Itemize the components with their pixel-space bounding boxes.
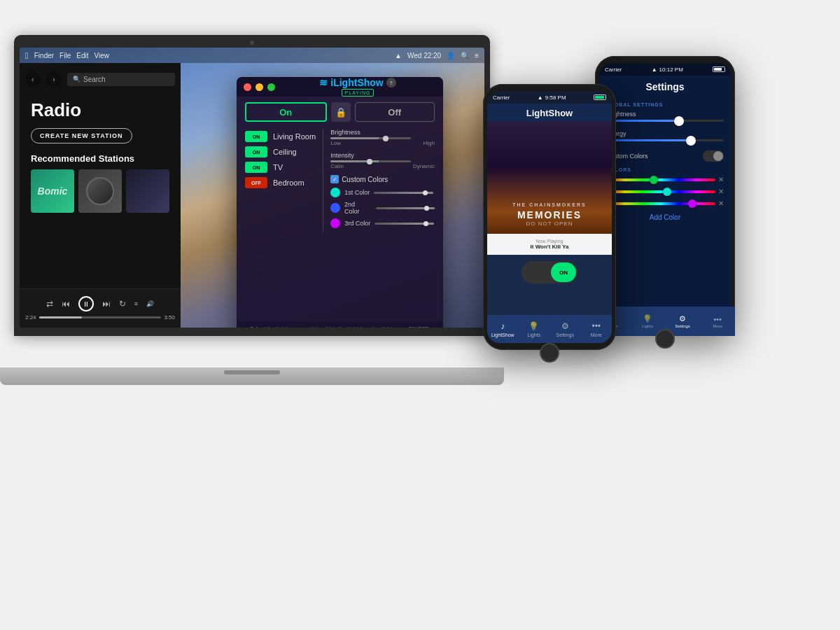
- phone-left-body: Carrier ▲ 9:58 PM LightShow: [483, 84, 616, 350]
- brightness-high: High: [424, 140, 435, 146]
- right-more-tab-label: More: [713, 324, 722, 328]
- light-toggle-livingroom[interactable]: ON: [245, 131, 267, 142]
- color-slider-2[interactable]: [376, 207, 435, 209]
- light-toggle-bedroom[interactable]: OFF: [245, 177, 267, 188]
- phone-left: Carrier ▲ 9:58 PM LightShow: [483, 84, 623, 364]
- play-button[interactable]: ⏸: [78, 296, 94, 312]
- divider: [323, 129, 323, 232]
- prev-button[interactable]: ⏮: [62, 299, 70, 309]
- phone-toggle[interactable]: ON: [522, 261, 578, 284]
- brightness-setting-slider[interactable]: [606, 120, 724, 122]
- menu-file[interactable]: File: [59, 52, 71, 59]
- menu-view[interactable]: View: [94, 52, 109, 59]
- playing-badge: PLAYING: [342, 89, 374, 97]
- color-slider-1[interactable]: [374, 192, 433, 194]
- intensity-range: Calm Dynamic: [330, 163, 435, 169]
- ilightshow-window: ≋ iLightShow ? PLAYING On 🔒: [237, 77, 443, 328]
- phone-tab-more[interactable]: ••• More: [581, 321, 612, 337]
- light-row-ceiling: ON Ceiling: [245, 144, 316, 160]
- create-station-button[interactable]: CREATE NEW STATION: [31, 128, 132, 144]
- light-toggle-ceiling[interactable]: ON: [245, 146, 267, 158]
- now-playing-section: Now Playing It Won't Kill Ya: [487, 234, 612, 255]
- menu-finder[interactable]: Finder: [34, 52, 54, 59]
- right-phone-tab-more[interactable]: ••• More: [700, 315, 731, 328]
- color-slider-thumb-3: [424, 221, 428, 226]
- help-icon[interactable]: ?: [386, 78, 396, 88]
- menu-edit[interactable]: Edit: [76, 52, 88, 59]
- light-name-bedroom: Bedroom: [273, 178, 304, 187]
- toggle-center: ON: [487, 255, 612, 290]
- lights-tab-icon: 💡: [528, 321, 539, 331]
- right-phone-tab-settings[interactable]: ⚙ Settings: [665, 314, 700, 328]
- phone-left-time: 9:58 PM: [545, 94, 566, 101]
- nav-back-button[interactable]: ‹: [25, 71, 41, 87]
- phone-left-carrier: Carrier: [493, 94, 510, 101]
- phone-right-home-button[interactable]: [655, 329, 675, 349]
- brightness-range: Low High: [330, 140, 435, 146]
- wifi-icon-phone: ▲: [538, 94, 543, 101]
- right-lights-tab-label: Lights: [642, 324, 653, 328]
- phone-left-home-button[interactable]: [540, 343, 559, 363]
- intensity-high: Dynamic: [413, 163, 435, 169]
- spotify-search-bar[interactable]: 🔍 Search: [67, 73, 175, 86]
- volume-icon[interactable]: 🔊: [146, 300, 154, 307]
- progress-time-current: 2:24: [25, 314, 36, 321]
- spotify-app: ‹ › 🔍 Search Radio CREATE NEW STATION Re…: [20, 63, 181, 328]
- off-button[interactable]: Off: [355, 102, 435, 122]
- spotify-nav: ‹ › 🔍 Search: [25, 71, 175, 87]
- search-icon[interactable]: 🔍: [461, 52, 469, 59]
- queue-icon[interactable]: ≡: [134, 300, 138, 307]
- battery-fill: [595, 96, 604, 99]
- menu-icon[interactable]: ≡: [475, 52, 479, 59]
- phone-left-title-bar: LightShow: [487, 104, 612, 122]
- laptop-body:  Finder File Edit View ▲ Wed 22:20 👤 🔍 …: [14, 35, 490, 336]
- station-card-2[interactable]: [78, 169, 122, 213]
- recommended-stations-title: Recommended Stations: [25, 153, 175, 169]
- brightness-low: Low: [330, 140, 341, 146]
- lock-icon[interactable]: 🔒: [331, 102, 351, 122]
- custom-colors-toggle-switch[interactable]: [703, 150, 724, 162]
- light-toggle-tv[interactable]: ON: [245, 162, 267, 173]
- station-card-1[interactable]: Bomic: [31, 169, 74, 213]
- nav-forward-button[interactable]: ›: [46, 71, 62, 87]
- intensity-slider-group: Intensity Calm Dynamic: [330, 152, 435, 169]
- intensity-low: Calm: [330, 163, 344, 169]
- color-slider-3[interactable]: [374, 223, 434, 225]
- user-icon[interactable]: 👤: [447, 52, 455, 59]
- remove-color-3-button[interactable]: ✕: [718, 200, 724, 207]
- lights-tab-label: Lights: [527, 332, 540, 337]
- on-button[interactable]: On: [245, 102, 327, 122]
- maximize-window-button[interactable]: [267, 83, 275, 91]
- ilightshow-title-text: iLightShow: [330, 77, 383, 88]
- album-title: MEMORIES: [517, 209, 582, 220]
- remove-color-2-button[interactable]: ✕: [718, 188, 724, 195]
- progress-track[interactable]: [39, 316, 162, 318]
- macos-wallpaper:  Finder File Edit View ▲ Wed 22:20 👤 🔍 …: [20, 48, 484, 328]
- remove-color-1-button[interactable]: ✕: [718, 176, 724, 183]
- right-phone-tab-lights[interactable]: 💡 Lights: [630, 314, 665, 328]
- minimize-window-button[interactable]: [255, 83, 263, 91]
- station-card-3[interactable]: [126, 169, 169, 213]
- repeat-button[interactable]: ↻: [119, 299, 126, 309]
- custom-colors-checkbox[interactable]: ✓: [330, 175, 339, 183]
- close-window-button[interactable]: [244, 83, 251, 91]
- battery-bar-right: [713, 66, 725, 72]
- lightshow-tab-label: LightShow: [491, 332, 514, 337]
- scene:  Finder File Edit View ▲ Wed 22:20 👤 🔍 …: [0, 0, 840, 630]
- progress-time-total: 3:50: [164, 314, 175, 321]
- color-slider-thumb-1: [423, 190, 428, 195]
- next-button[interactable]: ⏭: [102, 299, 111, 309]
- shuffle-button[interactable]: ⇄: [46, 299, 53, 309]
- phone-tab-lightshow[interactable]: ♪ LightShow: [487, 321, 519, 337]
- album-art-inner: THE CHAINSMOKERS MEMORIES DO NOT OPEN: [487, 122, 612, 234]
- laptop-base: [0, 368, 504, 385]
- battery-bar: [594, 94, 606, 100]
- energy-setting-slider[interactable]: [606, 139, 724, 141]
- lightshow-tab-icon: ♪: [500, 321, 505, 331]
- phone-tab-settings[interactable]: ⚙ Settings: [550, 321, 581, 337]
- brightness-slider[interactable]: [330, 137, 411, 139]
- phone-tab-lights[interactable]: 💡 Lights: [519, 321, 550, 337]
- intensity-thumb: [367, 159, 372, 164]
- progress-bar: 2:24 3:50: [25, 314, 175, 321]
- intensity-slider[interactable]: [330, 160, 411, 162]
